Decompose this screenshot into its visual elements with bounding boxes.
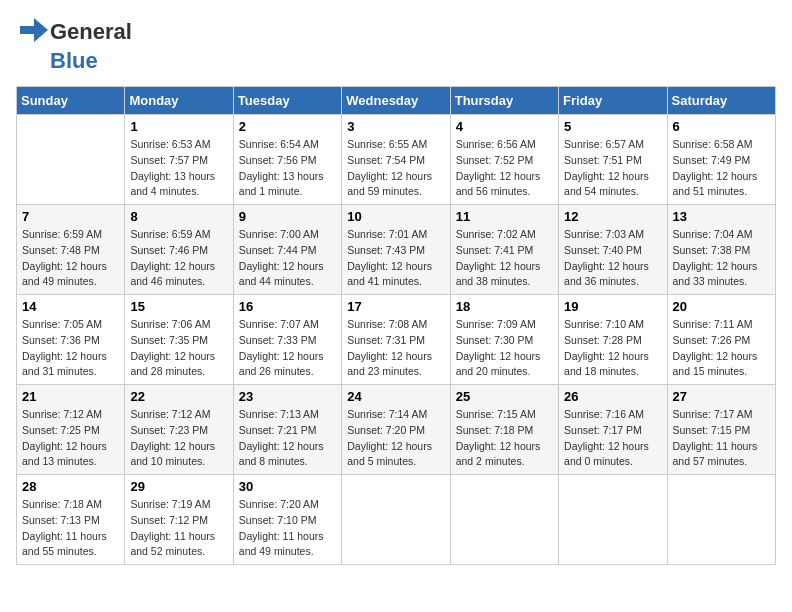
day-info: Sunrise: 7:00 AMSunset: 7:44 PMDaylight:… xyxy=(239,227,336,290)
day-number: 5 xyxy=(564,119,661,134)
day-info: Sunrise: 7:13 AMSunset: 7:21 PMDaylight:… xyxy=(239,407,336,470)
calendar-day-cell xyxy=(559,475,667,565)
calendar-week-row: 28Sunrise: 7:18 AMSunset: 7:13 PMDayligh… xyxy=(17,475,776,565)
calendar-day-cell: 21Sunrise: 7:12 AMSunset: 7:25 PMDayligh… xyxy=(17,385,125,475)
day-number: 18 xyxy=(456,299,553,314)
day-number: 27 xyxy=(673,389,770,404)
day-number: 2 xyxy=(239,119,336,134)
calendar-week-row: 21Sunrise: 7:12 AMSunset: 7:25 PMDayligh… xyxy=(17,385,776,475)
calendar-day-cell: 10Sunrise: 7:01 AMSunset: 7:43 PMDayligh… xyxy=(342,205,450,295)
day-info: Sunrise: 6:56 AMSunset: 7:52 PMDaylight:… xyxy=(456,137,553,200)
day-info: Sunrise: 6:53 AMSunset: 7:57 PMDaylight:… xyxy=(130,137,227,200)
day-info: Sunrise: 7:19 AMSunset: 7:12 PMDaylight:… xyxy=(130,497,227,560)
logo-icon xyxy=(16,16,48,48)
calendar-day-cell: 30Sunrise: 7:20 AMSunset: 7:10 PMDayligh… xyxy=(233,475,341,565)
calendar-day-cell: 14Sunrise: 7:05 AMSunset: 7:36 PMDayligh… xyxy=(17,295,125,385)
day-info: Sunrise: 6:58 AMSunset: 7:49 PMDaylight:… xyxy=(673,137,770,200)
day-number: 20 xyxy=(673,299,770,314)
day-of-week-header: Wednesday xyxy=(342,87,450,115)
day-info: Sunrise: 6:54 AMSunset: 7:56 PMDaylight:… xyxy=(239,137,336,200)
day-number: 7 xyxy=(22,209,119,224)
page-header: General Blue xyxy=(16,16,776,74)
calendar-week-row: 14Sunrise: 7:05 AMSunset: 7:36 PMDayligh… xyxy=(17,295,776,385)
day-info: Sunrise: 7:15 AMSunset: 7:18 PMDaylight:… xyxy=(456,407,553,470)
calendar-week-row: 7Sunrise: 6:59 AMSunset: 7:48 PMDaylight… xyxy=(17,205,776,295)
calendar-day-cell xyxy=(450,475,558,565)
day-info: Sunrise: 7:20 AMSunset: 7:10 PMDaylight:… xyxy=(239,497,336,560)
day-number: 30 xyxy=(239,479,336,494)
day-number: 28 xyxy=(22,479,119,494)
calendar-day-cell: 9Sunrise: 7:00 AMSunset: 7:44 PMDaylight… xyxy=(233,205,341,295)
calendar-day-cell: 27Sunrise: 7:17 AMSunset: 7:15 PMDayligh… xyxy=(667,385,775,475)
calendar-day-cell: 1Sunrise: 6:53 AMSunset: 7:57 PMDaylight… xyxy=(125,115,233,205)
calendar-day-cell xyxy=(342,475,450,565)
day-info: Sunrise: 7:06 AMSunset: 7:35 PMDaylight:… xyxy=(130,317,227,380)
day-info: Sunrise: 7:03 AMSunset: 7:40 PMDaylight:… xyxy=(564,227,661,290)
day-number: 21 xyxy=(22,389,119,404)
day-number: 10 xyxy=(347,209,444,224)
day-number: 22 xyxy=(130,389,227,404)
day-number: 6 xyxy=(673,119,770,134)
calendar-day-cell xyxy=(17,115,125,205)
calendar-table: SundayMondayTuesdayWednesdayThursdayFrid… xyxy=(16,86,776,565)
day-of-week-header: Thursday xyxy=(450,87,558,115)
day-info: Sunrise: 6:57 AMSunset: 7:51 PMDaylight:… xyxy=(564,137,661,200)
day-number: 16 xyxy=(239,299,336,314)
day-info: Sunrise: 7:01 AMSunset: 7:43 PMDaylight:… xyxy=(347,227,444,290)
day-number: 14 xyxy=(22,299,119,314)
day-number: 1 xyxy=(130,119,227,134)
day-info: Sunrise: 7:17 AMSunset: 7:15 PMDaylight:… xyxy=(673,407,770,470)
calendar-day-cell: 28Sunrise: 7:18 AMSunset: 7:13 PMDayligh… xyxy=(17,475,125,565)
calendar-day-cell: 6Sunrise: 6:58 AMSunset: 7:49 PMDaylight… xyxy=(667,115,775,205)
day-info: Sunrise: 7:14 AMSunset: 7:20 PMDaylight:… xyxy=(347,407,444,470)
day-number: 13 xyxy=(673,209,770,224)
day-of-week-header: Monday xyxy=(125,87,233,115)
calendar-day-cell: 2Sunrise: 6:54 AMSunset: 7:56 PMDaylight… xyxy=(233,115,341,205)
calendar-day-cell: 17Sunrise: 7:08 AMSunset: 7:31 PMDayligh… xyxy=(342,295,450,385)
day-info: Sunrise: 7:04 AMSunset: 7:38 PMDaylight:… xyxy=(673,227,770,290)
calendar-day-cell: 16Sunrise: 7:07 AMSunset: 7:33 PMDayligh… xyxy=(233,295,341,385)
calendar-day-cell: 26Sunrise: 7:16 AMSunset: 7:17 PMDayligh… xyxy=(559,385,667,475)
calendar-day-cell: 23Sunrise: 7:13 AMSunset: 7:21 PMDayligh… xyxy=(233,385,341,475)
day-info: Sunrise: 6:59 AMSunset: 7:46 PMDaylight:… xyxy=(130,227,227,290)
day-info: Sunrise: 6:55 AMSunset: 7:54 PMDaylight:… xyxy=(347,137,444,200)
calendar-day-cell: 7Sunrise: 6:59 AMSunset: 7:48 PMDaylight… xyxy=(17,205,125,295)
calendar-day-cell: 4Sunrise: 6:56 AMSunset: 7:52 PMDaylight… xyxy=(450,115,558,205)
calendar-day-cell: 8Sunrise: 6:59 AMSunset: 7:46 PMDaylight… xyxy=(125,205,233,295)
calendar-day-cell: 5Sunrise: 6:57 AMSunset: 7:51 PMDaylight… xyxy=(559,115,667,205)
day-number: 3 xyxy=(347,119,444,134)
day-number: 23 xyxy=(239,389,336,404)
calendar-day-cell: 15Sunrise: 7:06 AMSunset: 7:35 PMDayligh… xyxy=(125,295,233,385)
day-number: 24 xyxy=(347,389,444,404)
day-info: Sunrise: 7:16 AMSunset: 7:17 PMDaylight:… xyxy=(564,407,661,470)
day-number: 25 xyxy=(456,389,553,404)
day-info: Sunrise: 7:18 AMSunset: 7:13 PMDaylight:… xyxy=(22,497,119,560)
calendar-day-cell: 12Sunrise: 7:03 AMSunset: 7:40 PMDayligh… xyxy=(559,205,667,295)
calendar-day-cell: 18Sunrise: 7:09 AMSunset: 7:30 PMDayligh… xyxy=(450,295,558,385)
day-info: Sunrise: 7:08 AMSunset: 7:31 PMDaylight:… xyxy=(347,317,444,380)
day-info: Sunrise: 7:11 AMSunset: 7:26 PMDaylight:… xyxy=(673,317,770,380)
day-info: Sunrise: 7:07 AMSunset: 7:33 PMDaylight:… xyxy=(239,317,336,380)
calendar-day-cell: 3Sunrise: 6:55 AMSunset: 7:54 PMDaylight… xyxy=(342,115,450,205)
day-info: Sunrise: 7:05 AMSunset: 7:36 PMDaylight:… xyxy=(22,317,119,380)
calendar-day-cell: 19Sunrise: 7:10 AMSunset: 7:28 PMDayligh… xyxy=(559,295,667,385)
logo-general-text: General xyxy=(50,19,132,45)
calendar-day-cell: 25Sunrise: 7:15 AMSunset: 7:18 PMDayligh… xyxy=(450,385,558,475)
logo: General Blue xyxy=(16,16,132,74)
day-info: Sunrise: 6:59 AMSunset: 7:48 PMDaylight:… xyxy=(22,227,119,290)
day-of-week-header: Saturday xyxy=(667,87,775,115)
calendar-week-row: 1Sunrise: 6:53 AMSunset: 7:57 PMDaylight… xyxy=(17,115,776,205)
calendar-day-cell xyxy=(667,475,775,565)
day-info: Sunrise: 7:10 AMSunset: 7:28 PMDaylight:… xyxy=(564,317,661,380)
day-of-week-header: Tuesday xyxy=(233,87,341,115)
calendar-day-cell: 20Sunrise: 7:11 AMSunset: 7:26 PMDayligh… xyxy=(667,295,775,385)
logo-blue-text: Blue xyxy=(50,48,98,74)
day-of-week-header: Sunday xyxy=(17,87,125,115)
day-number: 4 xyxy=(456,119,553,134)
calendar-day-cell: 11Sunrise: 7:02 AMSunset: 7:41 PMDayligh… xyxy=(450,205,558,295)
calendar-day-cell: 13Sunrise: 7:04 AMSunset: 7:38 PMDayligh… xyxy=(667,205,775,295)
day-number: 19 xyxy=(564,299,661,314)
day-number: 11 xyxy=(456,209,553,224)
calendar-header-row: SundayMondayTuesdayWednesdayThursdayFrid… xyxy=(17,87,776,115)
svg-marker-0 xyxy=(20,18,48,42)
